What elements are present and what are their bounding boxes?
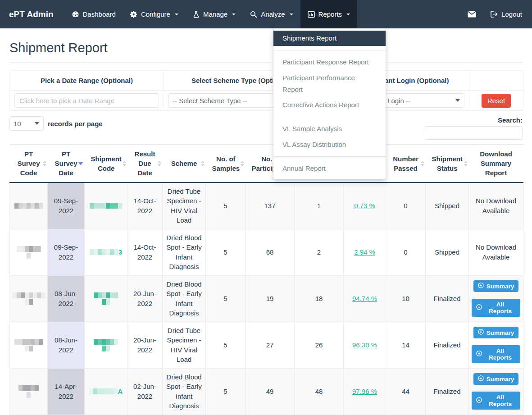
pt-survey-code-cell [10, 322, 48, 368]
search-input[interactable] [425, 126, 523, 140]
response-percent-link[interactable]: 2.94 % [354, 248, 375, 256]
summary-download-button[interactable]: Summary [473, 280, 519, 292]
sort-icon[interactable] [421, 161, 424, 166]
column-header-label: No. of Samples [212, 154, 240, 173]
menu-item-participant-response-report[interactable]: Participant Response Report [273, 55, 386, 70]
page-title: Shipment Report [9, 41, 523, 55]
chevron-down-icon [232, 14, 236, 15]
participants-cell: 27 [246, 322, 295, 368]
nav-item-reports[interactable]: Reports [300, 0, 358, 28]
summary-download-button[interactable]: Summary [473, 327, 519, 338]
sort-desc-icon[interactable] [78, 162, 83, 165]
responses-cell: 1 [295, 182, 344, 229]
sort-icon[interactable] [201, 161, 205, 166]
reset-button[interactable]: Reset [482, 94, 511, 108]
number-passed-cell: 14 [386, 322, 426, 368]
nav-item-configure[interactable]: Configure [123, 0, 186, 28]
column-header[interactable]: PT Survey Code [10, 145, 48, 183]
samples-cell: 5 [206, 322, 246, 368]
response-percent-link[interactable]: 97.96 % [352, 388, 377, 395]
pt-survey-date-cell: 08-Jun-2022 [48, 322, 85, 368]
sort-icon[interactable] [464, 161, 468, 166]
all-reports-download-button[interactable]: All Reports [472, 345, 520, 363]
samples-cell: 5 [206, 368, 246, 415]
column-header[interactable]: Scheme [163, 145, 206, 183]
nav-label: Analyze [261, 10, 285, 18]
pt-survey-code-cell [10, 368, 48, 415]
redaction-leftover-char: A [118, 387, 123, 396]
pt-survey-code-cell [10, 275, 48, 322]
column-header-label: Number Passed [393, 154, 418, 173]
redacted-value [13, 385, 45, 398]
download-buttons: SummaryAll Reports [472, 373, 520, 410]
number-passed-cell: 0 [386, 229, 426, 275]
redaction-leftover-char: 3 [118, 247, 122, 257]
response-percent-cell: 94.74 % [344, 275, 386, 322]
menu-item-annual-report[interactable]: Annual Report [273, 161, 386, 176]
nav-item-analyze[interactable]: Analyze [243, 0, 300, 28]
pt-survey-code-cell [10, 229, 48, 275]
messages-button[interactable] [460, 0, 483, 28]
records-per-page: 10 records per page [9, 116, 103, 131]
column-header-label: PT Survey Date [55, 149, 77, 178]
number-passed-cell: 44 [386, 368, 426, 415]
column-header[interactable]: Number Passed [386, 145, 426, 183]
all-reports-download-button[interactable]: All Reports [472, 299, 520, 317]
chevron-down-icon [175, 14, 178, 15]
nav-label: Reports [318, 10, 342, 18]
redacted-value [13, 203, 45, 209]
sort-icon[interactable] [158, 161, 161, 166]
reports-dropdown-menu: Shipments Report Participant Response Re… [273, 28, 386, 179]
column-header[interactable]: No. of Samples [206, 145, 246, 183]
sort-icon[interactable] [43, 161, 46, 166]
envelope-icon [468, 11, 476, 18]
column-header[interactable]: Shipment Status [426, 145, 469, 183]
records-per-page-select[interactable]: 10 [9, 116, 44, 131]
response-percent-link[interactable]: 94.74 % [352, 295, 377, 302]
menu-item-vl-sample-analysis[interactable]: VL Sample Analysis [273, 121, 386, 137]
menu-item-vl-assay-distribution[interactable]: VL Assay Distribution [273, 137, 386, 152]
download-summary-cell: No Download Available [469, 182, 523, 229]
column-header-label: Shipment Code [91, 154, 122, 173]
response-percent-link[interactable]: 96.30 % [352, 341, 377, 349]
scheme-cell: Dried Blood Spot - Early Infant Diagnosi… [163, 275, 206, 322]
shipment-code-cell: 3 [85, 229, 127, 275]
column-header[interactable]: Shipment Code [85, 145, 127, 183]
logout-button[interactable]: Logout [483, 0, 532, 28]
button-label: All Reports [485, 394, 516, 407]
records-per-page-select-wrap: 10 [9, 116, 44, 131]
table-row: 08-Jun-202220-Jun-2022Dried Blood Spot -… [10, 275, 523, 322]
sort-icon[interactable] [241, 161, 244, 166]
app-brand[interactable]: ePT Admin [0, 0, 64, 28]
menu-item-shipments-report[interactable]: Shipments Report [273, 31, 386, 46]
menu-item-corrective-actions-report[interactable]: Corrective Actions Report [273, 97, 386, 113]
nav-label: Configure [141, 10, 170, 18]
page-content: Shipment Report Pick a Date Range (Optio… [0, 41, 532, 415]
pt-survey-date-cell: 09-Sep-2022 [48, 182, 85, 229]
responses-cell: 48 [295, 368, 344, 415]
date-range-input[interactable] [14, 93, 159, 108]
nav-item-manage[interactable]: Manage [186, 0, 243, 28]
number-passed-cell: 10 [386, 275, 426, 322]
download-summary-cell: SummaryAll Reports [469, 322, 523, 368]
responses-cell: 26 [295, 322, 344, 368]
sort-icon[interactable] [123, 161, 126, 166]
table-header: PT Survey CodePT Survey DateShipment Cod… [10, 145, 523, 183]
menu-item-participant-performance-report[interactable]: Participant Performance Report [273, 70, 386, 98]
download-buttons: SummaryAll Reports [472, 280, 520, 317]
response-percent-link[interactable]: 0.73 % [354, 202, 375, 210]
column-header[interactable]: Result Due Date [127, 145, 163, 183]
menu-divider [273, 117, 386, 117]
shipment-code-cell [85, 182, 127, 229]
response-percent-cell: 2.94 % [344, 229, 386, 275]
nav-item-dashboard[interactable]: Dashboard [64, 0, 123, 28]
divider [9, 62, 523, 63]
nav-label: Dashboard [83, 10, 116, 18]
list-controls: 10 records per page Search: [9, 116, 523, 140]
all-reports-download-button[interactable]: All Reports [472, 392, 520, 410]
shipment-code-cell [85, 275, 127, 322]
table-row: 09-Sep-2022314-Oct-2022Dried Blood Spot … [10, 229, 523, 275]
summary-download-button[interactable]: Summary [473, 373, 519, 385]
download-buttons: SummaryAll Reports [472, 327, 520, 363]
column-header[interactable]: PT Survey Date [48, 145, 85, 183]
